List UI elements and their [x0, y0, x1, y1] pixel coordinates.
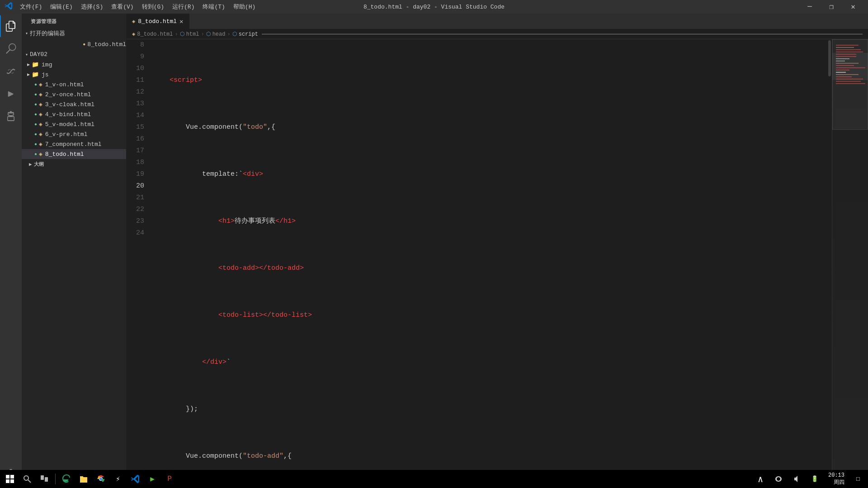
taskbar-vs-code[interactable] [127, 471, 143, 487]
outline-header[interactable]: ▶ 大纲 [22, 159, 126, 169]
breadcrumb-script-icon: ⬡ [232, 31, 237, 38]
activity-source-control[interactable] [0, 61, 22, 82]
file-label: 3_v-cloak.html [45, 101, 94, 108]
editor-wrapper: ◈ 8_todo.html ✕ ◈ 8_todo.html › ⬡ html ›… [127, 14, 868, 488]
menu-file[interactable]: 文件(F) [16, 2, 46, 12]
activity-run-debug[interactable] [0, 83, 22, 105]
line-num-21: 21 [127, 192, 144, 204]
file-6-v-pre[interactable]: ● ◈ 6_v-pre.html [22, 129, 126, 139]
breadcrumb-file-label: 8_todo.html [137, 31, 173, 38]
menu-terminal[interactable]: 终端(T) [199, 2, 228, 12]
scrollbar[interactable] [827, 39, 832, 478]
taskbar-app-6[interactable]: ⚡ [110, 471, 126, 487]
file-label: 4_v-bind.html [45, 111, 91, 118]
file-7-component[interactable]: ● ◈ 7_component.html [22, 139, 126, 149]
breadcrumb-html[interactable]: ⬡ html [180, 31, 199, 38]
menu-bar[interactable]: 文件(F) 编辑(E) 选择(S) 查看(V) 转到(G) 运行(R) 终端(T… [16, 2, 259, 12]
open-file-item[interactable]: ✕ ● 8_todo.html [22, 39, 126, 49]
taskbar-volume[interactable] [788, 471, 805, 487]
activity-extensions[interactable] [0, 106, 22, 127]
taskbar-file-explorer[interactable] [75, 471, 92, 487]
open-editors-label: 打开的编辑器 [30, 29, 65, 38]
menu-view[interactable]: 查看(V) [108, 2, 137, 12]
file-dot: ● [34, 152, 37, 157]
file-8-todo[interactable]: ● ◈ 8_todo.html [22, 149, 126, 159]
modified-dot: ● [83, 42, 85, 47]
breadcrumb-head[interactable]: ⬡ head [206, 31, 226, 38]
taskbar-battery[interactable]: 🔋 [807, 471, 823, 487]
file-1-v-on[interactable]: ● ◈ 1_v-on.html [22, 80, 126, 89]
menu-help[interactable]: 帮助(H) [230, 2, 259, 12]
file-icon: ◈ [39, 150, 42, 158]
menu-select[interactable]: 选择(S) [77, 2, 107, 12]
activity-explorer[interactable] [0, 15, 22, 37]
file-label: 8_todo.html [45, 151, 84, 158]
file-3-v-cloak[interactable]: ● ◈ 3_v-cloak.html [22, 99, 126, 109]
breadcrumb-file[interactable]: ◈ 8_todo.html [132, 31, 173, 38]
taskbar-chevron-up[interactable]: ∧ [752, 471, 769, 487]
taskbar-search[interactable] [19, 471, 35, 487]
file-2-v-once[interactable]: ● ◈ 2_v-once.html [22, 89, 126, 99]
line-num-20: 20 [127, 180, 144, 192]
file-dot: ● [34, 112, 37, 117]
code-content[interactable]: <script> Vue.component("todo",{ template… [151, 39, 827, 478]
chevron-right-icon: ▶ [27, 72, 30, 77]
breadcrumb-html-label: html [186, 31, 199, 38]
line-num-15: 15 [127, 122, 144, 133]
code-line-8: <script> [151, 75, 827, 86]
chevron-down-icon: ▾ [25, 31, 28, 36]
tab-close-button[interactable]: ✕ [179, 18, 183, 25]
open-editors-header[interactable]: ▾ 打开的编辑器 [22, 28, 126, 39]
folder-icon: 📁 [32, 71, 39, 78]
chevron-icon: ▶ [29, 161, 32, 167]
file-4-v-bind[interactable]: ● ◈ 4_v-bind.html [22, 109, 126, 119]
close-button[interactable]: ✕ [843, 0, 863, 14]
taskbar-chrome[interactable] [93, 471, 109, 487]
maximize-button[interactable]: ❐ [821, 0, 842, 14]
file-icon: ◈ [39, 131, 42, 138]
day02-folder-header[interactable]: ▾ DAY02 [22, 49, 126, 60]
menu-run[interactable]: 运行(R) [169, 2, 198, 12]
taskbar-time[interactable]: 20:13 周四 [825, 472, 848, 486]
tab-label: 8_todo.html [138, 18, 177, 25]
code-line-15: }); [151, 404, 827, 415]
taskbar-app-8[interactable]: ▶ [144, 471, 160, 487]
file-icon: ◈ [39, 141, 42, 148]
minimize-button[interactable]: ─ [799, 0, 820, 14]
file-icon: ◈ [39, 121, 42, 128]
code-line-16: Vue.component("todo-add",{ [151, 450, 827, 462]
breadcrumb-script[interactable]: ⬡ script [232, 31, 258, 38]
taskbar-notification[interactable]: □ [850, 471, 866, 487]
line-num-12: 12 [127, 86, 144, 98]
img-folder[interactable]: ▶ 📁 img [22, 60, 126, 70]
taskbar-task-view[interactable] [36, 471, 52, 487]
taskbar-network[interactable] [770, 471, 787, 487]
tab-bar: ◈ 8_todo.html ✕ [127, 14, 868, 29]
taskbar-right: ∧ 🔋 20:13 周四 □ [752, 471, 866, 487]
file-icon: ◈ [39, 111, 42, 118]
menu-edit[interactable]: 编辑(E) [47, 2, 76, 12]
code-line-12: <todo-add></todo-add> [151, 263, 827, 274]
sidebar-header: 资源管理器 [22, 14, 126, 28]
file-dot: ● [34, 92, 37, 97]
menu-goto[interactable]: 转到(G) [138, 2, 168, 12]
taskbar-start[interactable] [2, 471, 18, 487]
file-dot: ● [34, 142, 37, 147]
taskbar-edge[interactable] [58, 471, 75, 487]
file-label: 5_v-model.html [45, 121, 94, 128]
breadcrumb-script-label: script [239, 31, 258, 38]
editor-area[interactable]: 8 9 10 11 12 13 14 15 16 17 18 19 20 21 … [127, 39, 868, 478]
open-file-label: 8_todo.html [87, 41, 126, 48]
code-editor[interactable]: 8 9 10 11 12 13 14 15 16 17 18 19 20 21 … [127, 39, 832, 478]
window-title: 8_todo.html - day02 - Visual Studio Code [363, 4, 505, 10]
js-folder[interactable]: ▶ 📁 js [22, 70, 126, 80]
tab-file-icon: ◈ [132, 18, 135, 25]
file-5-v-model[interactable]: ● ◈ 5_v-model.html [22, 119, 126, 129]
chevron-right-icon: ▶ [27, 62, 30, 67]
taskbar-powerpoint[interactable]: P [161, 471, 178, 487]
scrollbar-thumb[interactable] [828, 40, 831, 76]
main-layout: 资源管理器 ▾ 打开的编辑器 ✕ ● 8_todo.html ▾ DAY02 ▶… [0, 14, 868, 488]
activity-search[interactable] [0, 38, 22, 60]
line-num-14: 14 [127, 110, 144, 122]
tab-8-todo[interactable]: ◈ 8_todo.html ✕ [127, 14, 189, 29]
